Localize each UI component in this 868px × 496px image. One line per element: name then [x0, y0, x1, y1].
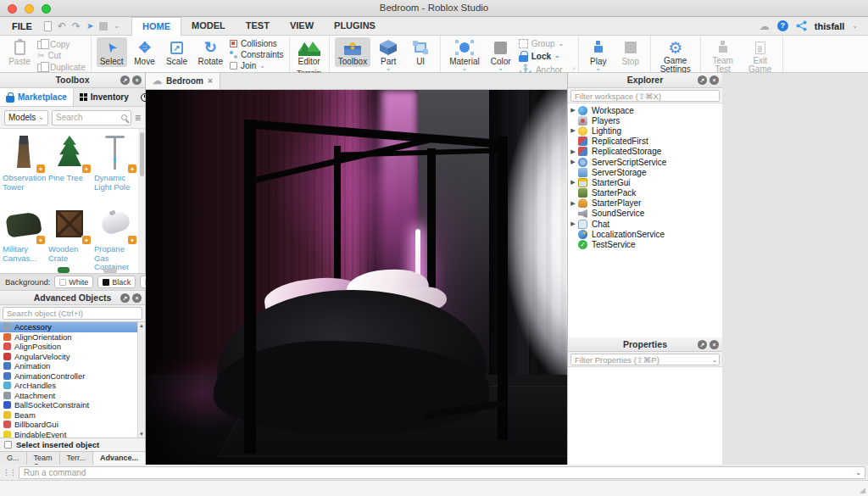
list-item[interactable]: AlignOrientation — [0, 332, 145, 343]
search-icon[interactable] — [121, 114, 127, 120]
join-checkbox[interactable] — [230, 62, 237, 70]
toolbox-scrollbar[interactable] — [138, 129, 145, 273]
play-chevron-icon[interactable]: ⌄ — [595, 66, 601, 71]
screenshot-icon[interactable] — [99, 22, 108, 31]
copy-button[interactable]: Copy — [37, 39, 86, 49]
background-black-button[interactable]: Black — [97, 276, 136, 288]
toolbox-close-icon[interactable]: × — [132, 75, 142, 85]
properties-close-icon[interactable]: × — [709, 340, 719, 349]
expand-arrow-icon[interactable]: ▶ — [568, 200, 578, 207]
group-chevron-icon[interactable]: ⌄ — [559, 42, 565, 47]
tree-item-players[interactable]: Players — [568, 115, 722, 125]
dock-tab-advanced[interactable]: Advance... — [93, 452, 146, 465]
objects-scrollbar[interactable]: ▲ ▼ — [137, 322, 145, 437]
game-settings-button[interactable]: ⚙ Game Settings — [656, 37, 695, 75]
list-item[interactable]: BindableEvent — [0, 430, 145, 439]
tab-home[interactable]: HOME — [131, 17, 181, 36]
tab-inventory[interactable]: Inventory — [74, 88, 135, 106]
lock-button[interactable]: Lock⌄ — [519, 50, 573, 62]
expand-arrow-icon[interactable]: ▶ — [568, 148, 578, 155]
lock-chevron-icon[interactable]: ⌄ — [554, 53, 560, 59]
list-item[interactable]: Animation — [0, 361, 145, 371]
list-item[interactable]: AngularVelocity — [0, 352, 145, 362]
close-tab-icon[interactable]: × — [208, 76, 213, 86]
tree-item-localizationservice[interactable]: LocalizationService — [568, 229, 722, 239]
expand-arrow-icon[interactable]: ▶ — [568, 107, 578, 114]
expand-arrow-icon[interactable]: ▶ — [568, 179, 578, 186]
cut-button[interactable]: ✂Cut — [37, 51, 86, 60]
background-white-button[interactable]: White — [54, 276, 93, 288]
tab-view[interactable]: VIEW — [280, 17, 324, 36]
toolbox-item[interactable]: ✦ Propane Gas Container — [94, 205, 136, 272]
rotate-tool-button[interactable]: ↻ Rotate — [195, 37, 226, 67]
expand-arrow-icon[interactable]: ▶ — [568, 127, 578, 134]
tab-plugins[interactable]: PLUGINS — [324, 17, 386, 36]
cloud-sync-icon[interactable]: ☁ — [760, 20, 770, 32]
expand-arrow-icon[interactable]: ▶ — [568, 220, 578, 227]
command-chevron-icon[interactable]: ⌄ — [855, 469, 861, 476]
list-item[interactable]: AlignPosition — [0, 342, 145, 352]
dock-tab-team-create[interactable]: Team Cre... — [27, 452, 60, 465]
duplicate-button[interactable]: Duplicate — [37, 62, 86, 72]
stop-button[interactable]: Stop — [616, 37, 645, 67]
publish-icon[interactable]: ➤ — [86, 21, 93, 31]
properties-filter-chevron-icon[interactable]: ⌄ — [712, 357, 717, 364]
explorer-close-icon[interactable]: × — [709, 75, 719, 85]
file-menu[interactable]: FILE — [0, 21, 44, 31]
toolbox-item[interactable]: ✦ Pine Tree — [48, 134, 91, 183]
toolbox-popout-icon[interactable]: ↗ — [120, 75, 130, 85]
tree-item-replicatedstorage[interactable]: ▶ReplicatedStorage — [568, 147, 722, 157]
material-button[interactable]: Material ⌄ — [446, 37, 483, 72]
part-chevron-icon[interactable]: ⌄ — [386, 66, 392, 71]
list-item[interactable]: BallSocketConstraint — [0, 400, 145, 410]
list-item[interactable]: Accessory — [0, 322, 145, 332]
exit-game-button[interactable]: Exit Game — [743, 37, 777, 75]
explorer-filter-input[interactable] — [570, 90, 720, 102]
paste-button[interactable]: Paste — [5, 37, 34, 67]
tree-item-replicatedfirst[interactable]: ReplicatedFirst — [568, 137, 722, 147]
user-menu-chevron-icon[interactable]: ⌄ — [852, 22, 858, 30]
move-tool-button[interactable]: ✥ Move — [131, 37, 159, 67]
command-input[interactable] — [24, 468, 860, 477]
group-button[interactable]: Group⌄ — [519, 39, 573, 48]
material-chevron-icon[interactable]: ⌄ — [462, 66, 468, 71]
advanced-objects-popout-icon[interactable]: ↗ — [120, 293, 130, 303]
expand-arrow-icon[interactable]: ▶ — [568, 159, 578, 165]
toolbox-item[interactable]: ✦ Military Canvas... — [3, 205, 45, 263]
team-test-button[interactable]: Team Test — [706, 37, 740, 75]
explorer-popout-icon[interactable]: ↗ — [698, 75, 707, 85]
play-button[interactable]: Play ⌄ — [584, 37, 613, 72]
toolbox-button[interactable]: Toolbox — [335, 37, 370, 67]
tree-item-serverscriptservice[interactable]: ▶ServerScriptService — [568, 157, 722, 167]
toolbox-search-input[interactable] — [56, 113, 121, 122]
tree-item-chat[interactable]: ▶Chat — [568, 219, 722, 229]
tree-item-startergui[interactable]: ▶StarterGui — [568, 177, 722, 187]
filter-sliders-icon[interactable]: ≡ — [135, 112, 141, 124]
redo-icon[interactable]: ↷ — [72, 20, 81, 32]
tree-item-testservice[interactable]: ✓TestService — [568, 239, 722, 249]
tree-item-lighting[interactable]: ▶Lighting — [568, 125, 722, 136]
resize-grip-icon[interactable]: ◢ — [860, 486, 865, 494]
select-inserted-checkbox[interactable] — [4, 441, 12, 449]
tree-item-serverstorage[interactable]: ServerStorage — [568, 167, 722, 177]
color-button[interactable]: Color ⌄ — [487, 37, 515, 72]
drag-handle-icon[interactable]: ⋮⋮ — [0, 468, 19, 476]
part-button[interactable]: Part ⌄ — [374, 37, 403, 72]
tree-item-starterplayer[interactable]: ▶StarterPlayer — [568, 198, 722, 209]
list-item[interactable]: ArcHandles — [0, 381, 145, 391]
toolbox-item[interactable]: ✦ Wooden Crate — [48, 205, 91, 263]
edit-group-expander-icon[interactable]: ⌟ — [572, 63, 576, 70]
terrain-editor-button[interactable]: Editor — [295, 37, 324, 67]
undo-icon[interactable]: ↶ — [58, 20, 66, 32]
advanced-objects-close-icon[interactable]: × — [132, 293, 142, 303]
ui-button[interactable]: UI — [406, 37, 435, 67]
tab-marketplace[interactable]: Marketplace — [0, 88, 74, 106]
tree-item-soundservice[interactable]: SoundService — [568, 209, 722, 219]
object-search-input[interactable] — [3, 307, 142, 320]
properties-popout-icon[interactable]: ↗ — [698, 340, 707, 349]
dock-tab-g[interactable]: G... — [0, 452, 27, 465]
properties-filter-input[interactable] — [570, 354, 720, 365]
select-tool-button[interactable]: ➤ Select — [97, 37, 127, 67]
list-item[interactable]: Beam — [0, 410, 145, 421]
collisions-toggle[interactable]: Collisions — [230, 39, 284, 48]
